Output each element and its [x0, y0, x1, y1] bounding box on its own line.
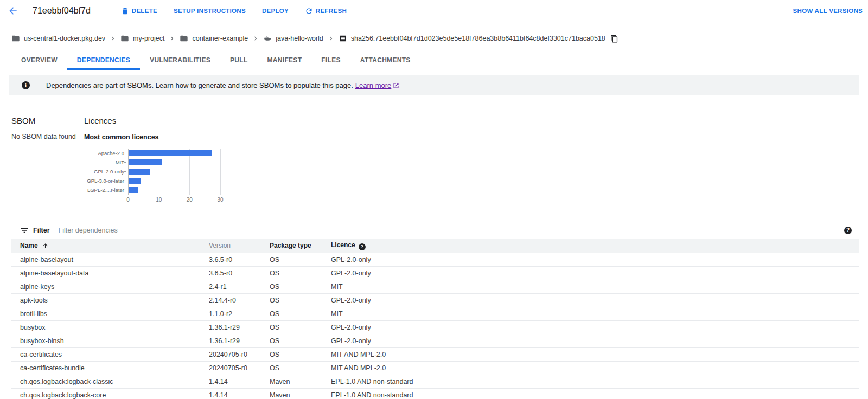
folder-icon: [180, 34, 188, 43]
cell-licence: MIT: [322, 307, 859, 320]
licences-column: Licences Most common licences Apache-2.0…: [84, 116, 247, 205]
cell-version: 3.6.5-r0: [200, 253, 261, 266]
external-link-icon: [393, 82, 399, 89]
chart-row: GPL-3.0-or-later: [84, 176, 247, 185]
cell-licence: MIT: [322, 280, 859, 293]
topbar: 71eebbf04bf7d DELETESETUP INSTRUCTIONSDE…: [0, 0, 868, 22]
cell-licence: GPL-2.0-only: [322, 293, 859, 307]
table-row[interactable]: alpine-baselayout-data 3.6.5-r0 OS GPL-2…: [11, 266, 859, 280]
topbar-actions: DELETESETUP INSTRUCTIONSDEPLOYREFRESH: [121, 7, 347, 15]
cell-name: busybox-binsh: [11, 334, 200, 347]
chart-title: Most common licences: [84, 133, 247, 141]
breadcrumb-item[interactable]: container-example: [180, 34, 248, 43]
dependencies-table: NameVersionPackage typeLicence? alpine-b…: [11, 239, 859, 399]
cell-package-type: OS: [261, 307, 322, 320]
cell-package-type: OS: [261, 293, 322, 307]
tab-pull[interactable]: PULL: [220, 50, 258, 70]
cell-version: 1.4.14: [200, 388, 261, 399]
dependencies-table-card: Filter ? NameVersionPackage typeLicence?…: [11, 221, 859, 399]
licence-help-icon[interactable]: ?: [359, 243, 366, 250]
filter-dependencies-input[interactable]: [58, 226, 844, 235]
cell-name: alpine-baselayout: [11, 253, 200, 266]
info-icon: i: [22, 81, 30, 89]
breadcrumb-item[interactable]: sha256:71eebbf04bf7d1d023e5de5e18f786ea3…: [339, 34, 605, 43]
tab-vulnerabilities[interactable]: VULNERABILITIES: [140, 50, 220, 70]
column-header-name[interactable]: Name: [11, 239, 200, 253]
learn-more-link[interactable]: Learn more: [355, 81, 391, 89]
copy-digest-button[interactable]: [610, 35, 618, 43]
chart-bar: [129, 178, 141, 184]
sbom-licences-section: SBOM No SBOM data found Licences Most co…: [0, 95, 868, 205]
setup-instructions-button[interactable]: SETUP INSTRUCTIONS: [174, 8, 246, 14]
table-row[interactable]: busybox-binsh 1.36.1-r29 OS GPL-2.0-only: [11, 334, 859, 347]
chart-axis-label: 10: [156, 197, 162, 203]
column-header-package-type[interactable]: Package type: [261, 239, 322, 253]
chevron-icon: [327, 35, 335, 42]
chart-tick-dash: [124, 153, 126, 153]
filter-list-icon: [20, 226, 29, 235]
breadcrumb-item[interactable]: my-project: [120, 34, 164, 43]
cell-version: 20240705-r0: [200, 347, 261, 361]
refresh-button[interactable]: REFRESH: [305, 7, 347, 15]
delete-button[interactable]: DELETE: [121, 7, 157, 15]
cell-licence: MIT AND MPL-2.0: [322, 347, 859, 361]
table-row[interactable]: alpine-keys 2.4-r1 OS MIT: [11, 280, 859, 293]
sbom-column: SBOM No SBOM data found: [11, 116, 84, 205]
cell-name: ca-certificates-bundle: [11, 361, 200, 375]
breadcrumb: us-central1-docker.pkg.devmy-projectcont…: [0, 22, 868, 46]
chart-axis-label: 20: [187, 197, 193, 203]
table-row[interactable]: ca-certificates-bundle 20240705-r0 OS MI…: [11, 361, 859, 375]
cell-licence: EPL-1.0 AND non-standard: [322, 388, 859, 399]
tab-dependencies[interactable]: DEPENDENCIES: [67, 50, 140, 70]
table-help-icon[interactable]: ?: [844, 227, 852, 234]
folder-icon: [11, 34, 20, 43]
chevron-icon: [252, 35, 259, 42]
chart-category-label: Apache-2.0: [84, 150, 124, 156]
tab-files[interactable]: FILES: [311, 50, 350, 70]
copy-icon: [610, 35, 618, 43]
chart-x-axis: 0102030: [128, 197, 247, 205]
deploy-button[interactable]: DEPLOY: [262, 8, 289, 14]
table-header-row: NameVersionPackage typeLicence?: [11, 239, 859, 253]
banner-text: Dependencies are part of SBOMs. Learn ho…: [46, 81, 399, 89]
tab-attachments[interactable]: ATTACHMENTS: [350, 50, 420, 70]
show-all-versions-button[interactable]: SHOW ALL VERSIONS: [793, 8, 863, 14]
arrow-back-icon: [8, 5, 18, 16]
cell-package-type: OS: [261, 253, 322, 266]
column-header-licence[interactable]: Licence?: [322, 239, 859, 253]
cell-licence: GPL-2.0-only: [322, 266, 859, 280]
table-row[interactable]: brotli-libs 1.1.0-r2 OS MIT: [11, 307, 859, 320]
column-header-version[interactable]: Version: [200, 239, 261, 253]
tab-manifest[interactable]: MANIFEST: [258, 50, 312, 70]
chart-rows: Apache-2.0 MIT GPL-2.0-only GPL-3.0-or-l…: [84, 149, 247, 195]
filter-bar: Filter ?: [11, 221, 859, 239]
sbom-info-banner: i Dependencies are part of SBOMs. Learn …: [9, 75, 859, 95]
chart-bar: [129, 159, 162, 165]
table-row[interactable]: ch.qos.logback:logback-classic 1.4.14 Ma…: [11, 375, 859, 388]
table-row[interactable]: alpine-baselayout 3.6.5-r0 OS GPL-2.0-on…: [11, 253, 859, 266]
chart-axis-label: 0: [126, 197, 130, 203]
tab-overview[interactable]: OVERVIEW: [11, 50, 67, 70]
breadcrumb-item[interactable]: java-hello-world: [263, 34, 323, 43]
chevron-icon: [168, 35, 176, 42]
chart-tick-dash: [124, 190, 126, 190]
cell-version: 1.36.1-r29: [200, 320, 261, 334]
cell-licence: GPL-2.0-only: [322, 320, 859, 334]
cell-name: brotli-libs: [11, 307, 200, 320]
cell-name: busybox: [11, 320, 200, 334]
chevron-icon: [109, 35, 117, 42]
breadcrumb-item[interactable]: us-central1-docker.pkg.dev: [11, 34, 105, 43]
cell-licence: EPL-1.0 AND non-standard: [322, 375, 859, 388]
table-row[interactable]: apk-tools 2.14.4-r0 OS GPL-2.0-only: [11, 293, 859, 307]
table-row[interactable]: ca-certificates 20240705-r0 OS MIT AND M…: [11, 347, 859, 361]
cell-licence: MIT AND MPL-2.0: [322, 361, 859, 375]
sbom-empty-text: No SBOM data found: [11, 133, 84, 140]
back-button[interactable]: [7, 4, 20, 17]
cell-name: ca-certificates: [11, 347, 200, 361]
cell-version: 2.4-r1: [200, 280, 261, 293]
table-row[interactable]: ch.qos.logback:logback-core 1.4.14 Maven…: [11, 388, 859, 399]
chart-bar: [129, 187, 138, 193]
cell-package-type: Maven: [261, 375, 322, 388]
table-row[interactable]: busybox 1.36.1-r29 OS GPL-2.0-only: [11, 320, 859, 334]
chart-bar: [129, 150, 212, 156]
